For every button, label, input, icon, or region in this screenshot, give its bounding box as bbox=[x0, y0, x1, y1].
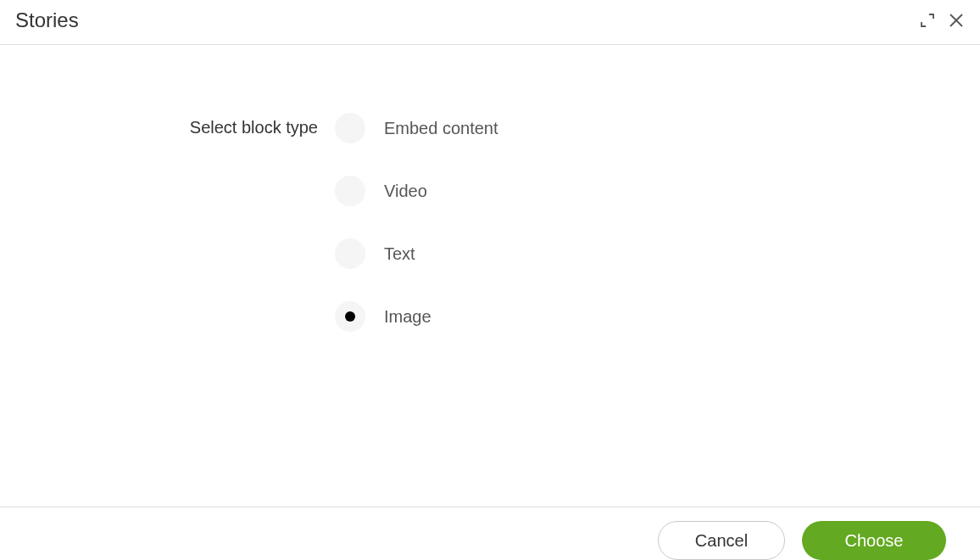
radio-circle-icon bbox=[335, 301, 365, 332]
dialog-footer: Cancel Choose bbox=[0, 507, 980, 560]
dialog-title: Stories bbox=[15, 8, 79, 32]
radio-option-text[interactable]: Text bbox=[335, 238, 498, 269]
block-type-radio-group: Embed content Video Text Image bbox=[335, 113, 498, 332]
expand-icon[interactable] bbox=[919, 12, 936, 29]
dialog-body: Select block type Embed content Video Te… bbox=[0, 45, 980, 332]
header-actions bbox=[919, 12, 965, 29]
radio-option-video[interactable]: Video bbox=[335, 176, 498, 206]
radio-option-image[interactable]: Image bbox=[335, 301, 498, 332]
radio-label: Text bbox=[384, 244, 415, 264]
choose-button[interactable]: Choose bbox=[802, 521, 946, 560]
close-icon[interactable] bbox=[948, 12, 965, 29]
radio-circle-icon bbox=[335, 176, 365, 206]
cancel-button[interactable]: Cancel bbox=[658, 521, 785, 560]
radio-label: Image bbox=[384, 307, 432, 327]
radio-option-embed-content[interactable]: Embed content bbox=[335, 113, 498, 143]
dialog-header: Stories bbox=[0, 0, 980, 45]
block-type-label: Select block type bbox=[0, 113, 335, 137]
radio-circle-icon bbox=[335, 113, 365, 143]
radio-label: Video bbox=[384, 182, 427, 201]
radio-label: Embed content bbox=[384, 119, 498, 138]
block-type-row: Select block type Embed content Video Te… bbox=[0, 113, 980, 332]
radio-circle-icon bbox=[335, 238, 365, 269]
